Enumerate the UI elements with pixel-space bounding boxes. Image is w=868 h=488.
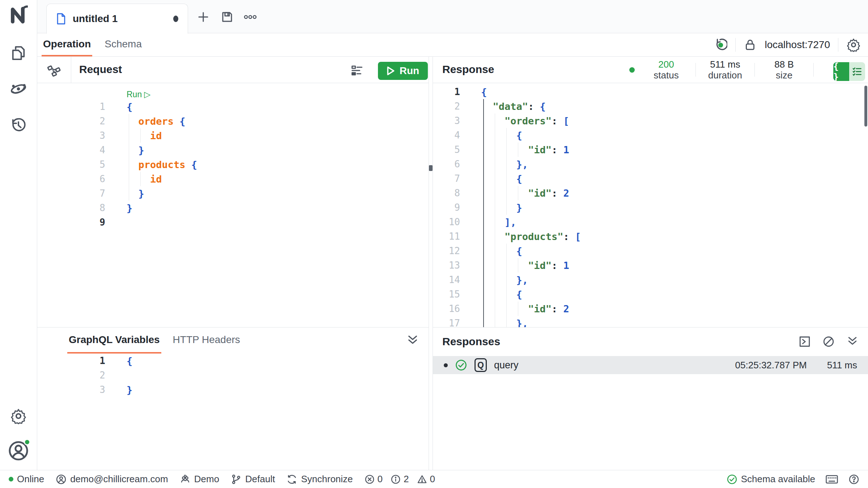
- code-line: 8 "id": 2: [433, 186, 864, 200]
- new-tab-button[interactable]: [195, 9, 212, 25]
- response-panel-header: Response 200 status 511 ms duration 88 B…: [433, 57, 868, 83]
- document-tab[interactable]: untitled 1: [46, 4, 188, 34]
- sidebar: [0, 0, 37, 488]
- indent-guide: [506, 244, 507, 327]
- schema-status: Schema available: [727, 474, 815, 485]
- account-avatar[interactable]: [0, 440, 37, 461]
- branch-icon: [231, 474, 242, 485]
- response-history-row[interactable]: Q query 05:25:32.787 PM 511 ms: [433, 356, 868, 374]
- code-line: 7 }: [37, 186, 429, 201]
- save-button[interactable]: [219, 9, 235, 25]
- environment-selector[interactable]: Default: [231, 474, 275, 485]
- response-duration: 511 ms: [827, 360, 857, 371]
- info-icon: [391, 474, 401, 484]
- response-result-editor[interactable]: 1{2 "data": {3 "orders": [4 {5 "id": 16 …: [433, 83, 864, 327]
- code-line: 3 "orders": [: [433, 114, 864, 128]
- graphql-variables-editor[interactable]: 1{23}: [37, 354, 429, 469]
- indent-guide: [518, 258, 518, 273]
- document-tab-title: untitled 1: [73, 13, 167, 25]
- operation-flow-icon[interactable]: [37, 57, 71, 83]
- divider: [754, 63, 755, 77]
- settings-icon[interactable]: [0, 408, 37, 424]
- question-icon: [848, 474, 859, 485]
- schema-atom-icon[interactable]: [0, 80, 37, 98]
- code-line: 2 orders {: [37, 114, 429, 128]
- code-line: 2 "data": {: [433, 99, 864, 114]
- query-type-badge: Q: [475, 358, 487, 372]
- code-line: 1{: [37, 354, 429, 368]
- code-line: 10 ],: [433, 215, 864, 229]
- lock-icon: [744, 38, 757, 51]
- collapse-responses-icon[interactable]: [846, 335, 859, 348]
- responses-title: Responses: [442, 335, 500, 348]
- responses-panel-header: Responses: [433, 327, 868, 356]
- more-options-icon[interactable]: [242, 9, 259, 25]
- error-count[interactable]: 0: [365, 474, 383, 485]
- tab-http-headers[interactable]: HTTP Headers: [171, 328, 242, 354]
- workspace-selector[interactable]: Demo: [180, 474, 219, 485]
- format-document-icon[interactable]: [350, 64, 363, 77]
- divider: [735, 38, 736, 52]
- request-bottom-tabs: GraphQL Variables HTTP Headers: [37, 327, 429, 354]
- json-view-button[interactable]: { }: [833, 62, 849, 81]
- unsaved-indicator-dot: [173, 16, 178, 22]
- indent-guide: [140, 172, 141, 186]
- code-line: 16 "id": 2: [433, 301, 864, 316]
- active-indent-guide: [483, 99, 484, 327]
- code-line: 13 "id": 1: [433, 258, 864, 273]
- code-line: 14 },: [433, 273, 864, 287]
- server-address[interactable]: localhost:7270: [765, 39, 830, 51]
- app-window: untitled 1 Operation Schema: [0, 0, 868, 488]
- sync-icon: [286, 474, 297, 485]
- documents-icon[interactable]: [0, 44, 37, 61]
- connection-settings-icon[interactable]: [846, 38, 861, 52]
- response-stats: 200 status 511 ms duration 88 B size: [629, 57, 814, 83]
- warning-count[interactable]: 0: [417, 474, 435, 485]
- splitter-drag-handle[interactable]: [429, 165, 433, 171]
- refresh-schema-icon[interactable]: [713, 38, 727, 52]
- success-status-dot: [629, 67, 635, 73]
- code-line: 11 "products": [: [433, 229, 864, 244]
- tab-operation[interactable]: Operation: [42, 33, 92, 56]
- code-line: 4 {: [433, 128, 864, 142]
- synchronize-button[interactable]: Synchronize: [286, 474, 353, 485]
- indent-guide: [518, 186, 518, 200]
- request-panel-header: Request Run: [37, 57, 429, 83]
- response-timestamp: 05:25:32.787 PM: [735, 360, 807, 371]
- account-status[interactable]: demo@chillicream.com: [56, 474, 168, 485]
- info-count[interactable]: 2: [391, 474, 409, 485]
- code-line: 17 },: [433, 316, 864, 327]
- document-file-icon: [56, 13, 66, 25]
- code-line: 1{: [433, 85, 864, 99]
- request-query-editor[interactable]: Run ▷ 1{2 orders {3 id4 }5 products {6 i…: [37, 83, 429, 327]
- run-button[interactable]: Run: [378, 62, 428, 80]
- collapse-panel-icon[interactable]: [406, 334, 419, 347]
- code-line: 9 }: [433, 200, 864, 215]
- indent-guide: [129, 114, 129, 201]
- workspace-icon: [180, 474, 191, 485]
- success-check-icon: [455, 359, 467, 371]
- run-code-lens[interactable]: Run ▷: [37, 83, 429, 99]
- response-view-toggle: { }: [833, 62, 865, 81]
- console-icon[interactable]: [799, 335, 811, 348]
- list-view-button[interactable]: [849, 62, 865, 81]
- keyboard-shortcuts-icon[interactable]: [825, 474, 838, 485]
- code-line: 12 {: [433, 244, 864, 258]
- divider: [838, 38, 838, 52]
- help-icon[interactable]: [848, 474, 859, 485]
- response-title: Response: [442, 63, 494, 76]
- online-presence-dot: [24, 439, 30, 445]
- nitro-logo: [0, 4, 37, 25]
- view-tabs: Operation Schema localhost:7270: [37, 33, 868, 57]
- tab-schema[interactable]: Schema: [103, 33, 143, 56]
- error-icon: [365, 474, 375, 484]
- tab-graphql-variables[interactable]: GraphQL Variables: [67, 328, 161, 354]
- history-icon[interactable]: [0, 116, 37, 133]
- unread-bullet: [444, 363, 448, 367]
- operation-name: query: [494, 360, 519, 371]
- code-line: 9: [37, 215, 429, 230]
- clear-responses-icon[interactable]: [822, 335, 835, 348]
- response-scrollbar-thumb[interactable]: [864, 86, 867, 127]
- indent-guide: [518, 301, 518, 316]
- panel-splitter[interactable]: [429, 57, 433, 470]
